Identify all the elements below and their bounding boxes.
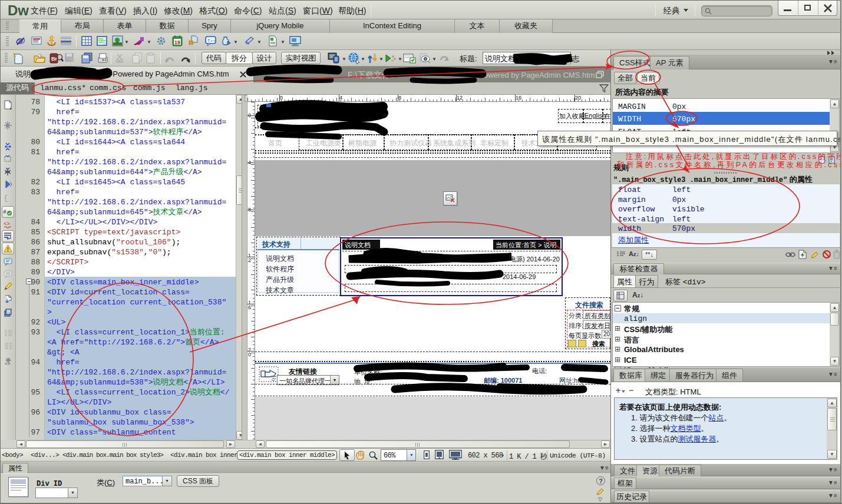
svg-text:19: 19 <box>174 39 180 45</box>
svg-text:#: # <box>3 209 6 215</box>
svg-text:<>: <> <box>4 221 10 227</box>
svg-text:!--: !-- <box>207 38 216 43</box>
svg-text:{ }: { } <box>4 194 12 203</box>
svg-text:<>: <> <box>5 361 11 366</box>
